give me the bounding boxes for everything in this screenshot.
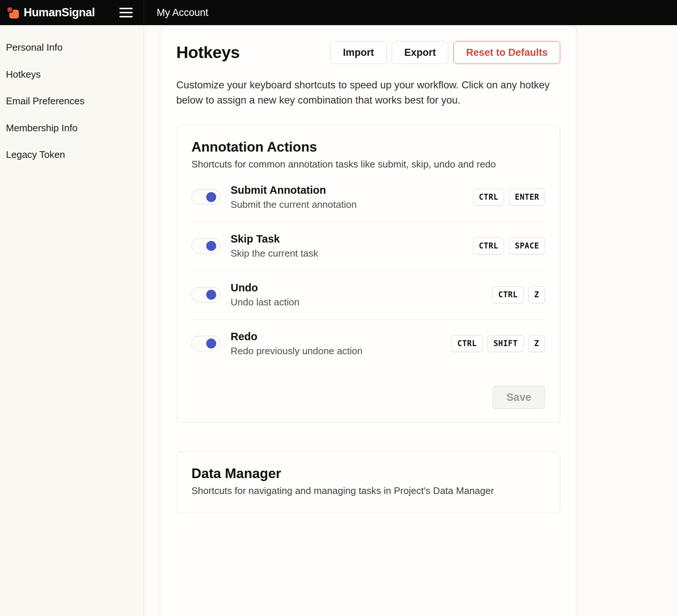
export-button[interactable]: Export <box>392 41 449 64</box>
section-subtitle: Shortcuts for navigating and managing ta… <box>191 485 545 497</box>
page-description: Customize your keyboard shortcuts to spe… <box>176 77 560 108</box>
hotkeys-settings-card: Hotkeys Import Export Reset to Defaults … <box>160 26 576 616</box>
section-title: Annotation Actions <box>191 139 545 155</box>
topbar: HumanSignal My Account <box>0 0 677 25</box>
hotkey-row: Submit AnnotationSubmit the current anno… <box>191 173 545 222</box>
toggle-knob <box>206 241 216 251</box>
hotkey-text: UndoUndo last action <box>231 282 492 308</box>
sidebar-item-email-preferences[interactable]: Email Preferences <box>0 88 144 115</box>
hotkey-name: Redo <box>231 331 452 343</box>
key-badge[interactable]: Z <box>528 335 545 352</box>
import-button[interactable]: Import <box>330 41 387 64</box>
section-subtitle: Shortcuts for common annotation tasks li… <box>191 159 545 170</box>
hamburger-icon <box>119 8 133 17</box>
hotkey-rows: Submit AnnotationSubmit the current anno… <box>191 173 545 368</box>
sections-container: Annotation ActionsShortcuts for common a… <box>176 125 560 513</box>
sidebar: Personal InfoHotkeysEmail PreferencesMem… <box>0 25 144 616</box>
sidebar-nav: Personal InfoHotkeysEmail PreferencesMem… <box>0 34 144 168</box>
hotkey-description: Submit the current annotation <box>231 199 473 210</box>
page-nav-title: My Account <box>157 7 208 18</box>
hotkey-combo[interactable]: CTRLSHIFTZ <box>452 335 545 352</box>
reset-to-defaults-button[interactable]: Reset to Defaults <box>453 41 560 64</box>
card-header: Hotkeys Import Export Reset to Defaults <box>176 41 560 64</box>
hotkey-row: RedoRedo previously undone actionCTRLSHI… <box>191 319 545 368</box>
header-buttons: Import Export Reset to Defaults <box>330 41 560 64</box>
hotkey-description: Undo last action <box>231 297 492 308</box>
hotkey-combo[interactable]: CTRLENTER <box>473 189 545 206</box>
key-badge[interactable]: CTRL <box>492 286 524 303</box>
toggle-knob <box>206 339 216 349</box>
sidebar-item-membership-info[interactable]: Membership Info <box>0 115 144 142</box>
hotkey-description: Skip the current task <box>231 248 473 259</box>
key-badge[interactable]: CTRL <box>473 237 504 254</box>
hotkey-enabled-toggle[interactable] <box>191 287 220 302</box>
hotkey-row: Skip TaskSkip the current taskCTRLSPACE <box>191 222 545 271</box>
sidebar-item-legacy-token[interactable]: Legacy Token <box>0 141 144 168</box>
hotkey-text: Skip TaskSkip the current task <box>231 233 473 259</box>
sidebar-item-personal-info[interactable]: Personal Info <box>0 34 144 61</box>
key-badge[interactable]: ENTER <box>509 189 545 206</box>
section-footer: Save <box>191 386 545 409</box>
section-title: Data Manager <box>191 466 545 481</box>
section-data-manager: Data ManagerShortcuts for navigating and… <box>176 451 560 513</box>
hotkey-text: RedoRedo previously undone action <box>231 331 452 357</box>
hotkey-combo[interactable]: CTRLZ <box>492 286 545 303</box>
hotkey-name: Undo <box>231 282 492 294</box>
brand-area: HumanSignal <box>0 0 144 25</box>
hotkey-combo[interactable]: CTRLSPACE <box>473 237 545 254</box>
hotkey-row: UndoUndo last actionCTRLZ <box>191 271 545 319</box>
page-title: Hotkeys <box>176 43 240 62</box>
toggle-knob <box>206 192 216 202</box>
hotkey-description: Redo previously undone action <box>231 345 452 357</box>
key-badge[interactable]: CTRL <box>473 189 504 206</box>
save-button[interactable]: Save <box>493 386 545 409</box>
hamburger-menu-button[interactable] <box>119 6 133 19</box>
main-content: Hotkeys Import Export Reset to Defaults … <box>144 25 677 616</box>
hotkey-enabled-toggle[interactable] <box>191 189 220 205</box>
toggle-knob <box>206 290 216 300</box>
key-badge[interactable]: SHIFT <box>487 335 524 352</box>
hotkey-text: Submit AnnotationSubmit the current anno… <box>231 184 473 210</box>
brand-name: HumanSignal <box>24 6 95 19</box>
hotkey-name: Skip Task <box>231 233 473 245</box>
humansignal-logo-icon <box>6 6 20 20</box>
key-badge[interactable]: Z <box>528 286 545 303</box>
sidebar-item-hotkeys[interactable]: Hotkeys <box>0 61 144 88</box>
section-annotation-actions: Annotation ActionsShortcuts for common a… <box>176 125 560 423</box>
key-badge[interactable]: SPACE <box>509 237 545 254</box>
hotkey-enabled-toggle[interactable] <box>191 336 220 351</box>
hotkey-name: Submit Annotation <box>231 184 473 196</box>
key-badge[interactable]: CTRL <box>452 335 483 352</box>
hotkey-enabled-toggle[interactable] <box>191 238 220 254</box>
